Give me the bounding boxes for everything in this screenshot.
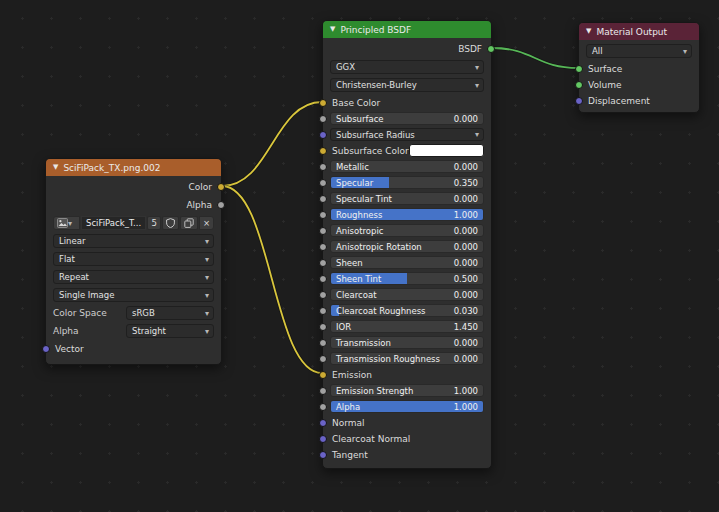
specular-input-socket[interactable] <box>319 179 327 187</box>
ior-slider[interactable]: IOR1.450 <box>330 320 484 333</box>
volume-input-socket[interactable] <box>575 81 583 89</box>
bsdf-row-transmission-roughness: Transmission Roughness0.000 <box>330 352 484 365</box>
chevron-down-icon: ▾ <box>68 219 76 228</box>
clearcoat-roughness-slider[interactable]: Clearcoat Roughness0.030 <box>330 304 484 317</box>
alpha-output-label: Alpha <box>186 200 214 210</box>
sheen-tint-slider[interactable]: Sheen Tint0.500 <box>330 272 484 285</box>
slider-label: Clearcoat <box>331 290 454 300</box>
base-color-input-socket[interactable] <box>319 99 327 107</box>
vector-input-socket[interactable] <box>42 345 50 353</box>
sheen-input-socket[interactable] <box>319 259 327 267</box>
chevron-down-icon: ▾ <box>475 130 483 139</box>
clearcoat-slider[interactable]: Clearcoat0.000 <box>330 288 484 301</box>
extension-dropdown[interactable]: Repeat ▾ <box>53 270 214 284</box>
bsdf-node-header[interactable]: ▼ Principled BSDF <box>323 21 491 38</box>
projection-dropdown[interactable]: Flat ▾ <box>53 252 214 266</box>
unlink-image-button[interactable]: × <box>199 216 214 230</box>
transmission-slider[interactable]: Transmission0.000 <box>330 336 484 349</box>
target-dropdown[interactable]: All ▾ <box>586 44 692 58</box>
anisotropic-input-socket[interactable] <box>319 227 327 235</box>
surface-input-socket[interactable] <box>575 65 583 73</box>
metallic-slider[interactable]: Metallic0.000 <box>330 160 484 173</box>
target-row: All ▾ <box>586 44 692 58</box>
dropdown-label: Subsurface Radius <box>331 130 475 140</box>
emission-strength-input-socket[interactable] <box>319 387 327 395</box>
users-count-button[interactable]: 5 <box>147 216 160 230</box>
displacement-input-label: Displacement <box>586 96 650 106</box>
output-node-header[interactable]: ▼ Material Output <box>579 23 699 40</box>
roughness-slider[interactable]: Roughness1.000 <box>330 208 484 221</box>
bsdf-row-anisotropic: Anisotropic0.000 <box>330 224 484 237</box>
image-name-field[interactable]: SciFiPack_T... <box>81 216 146 230</box>
specular-slider[interactable]: Specular0.350 <box>330 176 484 189</box>
subsurface-color-input-socket[interactable] <box>319 147 327 155</box>
color-space-row: Color Space sRGB ▾ <box>53 306 214 320</box>
image-node-header[interactable]: ▼ SciFiPack_TX.png.002 <box>46 159 221 176</box>
chevron-down-icon: ▾ <box>205 273 213 282</box>
chevron-down-icon: ▾ <box>205 309 213 318</box>
bsdf-row-specular: Specular0.350 <box>330 176 484 189</box>
alpha-slider[interactable]: Alpha1.000 <box>330 400 484 413</box>
chevron-down-icon: ▾ <box>475 63 483 72</box>
sheen-slider[interactable]: Sheen0.000 <box>330 256 484 269</box>
output-node-title: Material Output <box>596 27 667 37</box>
emission-input-socket[interactable] <box>319 371 327 379</box>
collapse-chevron-icon[interactable]: ▼ <box>330 26 335 33</box>
new-image-button[interactable] <box>180 216 198 230</box>
transmission-roughness-slider[interactable]: Transmission Roughness0.000 <box>330 352 484 365</box>
alpha-output-row: Alpha <box>53 198 214 212</box>
collapse-chevron-icon[interactable]: ▼ <box>53 164 58 171</box>
subsurface-radius-dropdown[interactable]: Subsurface Radius▾ <box>330 128 484 141</box>
distribution-dropdown[interactable]: GGX ▾ <box>330 60 484 74</box>
color-output-socket[interactable] <box>217 183 225 191</box>
transmission-roughness-input-socket[interactable] <box>319 355 327 363</box>
projection-row: Flat ▾ <box>53 252 214 266</box>
anisotropic-rotation-input-socket[interactable] <box>319 243 327 251</box>
alpha-output-socket[interactable] <box>217 201 225 209</box>
subsurface-color-swatch[interactable] <box>409 144 484 157</box>
source-dropdown[interactable]: Single Image ▾ <box>53 288 214 302</box>
subsurface-slider[interactable]: Subsurface0.000 <box>330 112 484 125</box>
roughness-input-socket[interactable] <box>319 211 327 219</box>
slider-label: Sheen Tint <box>331 274 454 284</box>
alpha-mode-dropdown[interactable]: Straight ▾ <box>126 324 214 338</box>
material-output-node[interactable]: ▼ Material Output All ▾ Surface Volume D… <box>578 22 700 113</box>
color-space-label: Color Space <box>53 308 107 318</box>
collapse-chevron-icon[interactable]: ▼ <box>586 28 591 35</box>
bsdf-output-socket[interactable] <box>487 45 495 53</box>
fake-user-button[interactable] <box>162 216 179 230</box>
clearcoat-roughness-input-socket[interactable] <box>319 307 327 315</box>
tangent-input-socket[interactable] <box>319 451 327 459</box>
color-space-dropdown[interactable]: sRGB ▾ <box>126 306 214 320</box>
displacement-input-socket[interactable] <box>575 97 583 105</box>
alpha-input-socket[interactable] <box>319 403 327 411</box>
subsurface-radius-input-socket[interactable] <box>319 131 327 139</box>
alpha-mode-row: Alpha Straight ▾ <box>53 324 214 338</box>
transmission-input-socket[interactable] <box>319 339 327 347</box>
ior-input-socket[interactable] <box>319 323 327 331</box>
normal-input-socket[interactable] <box>319 419 327 427</box>
interpolation-dropdown[interactable]: Linear ▾ <box>53 234 214 248</box>
bsdf-row-emission: Emission <box>330 368 484 381</box>
anisotropic-rotation-slider[interactable]: Anisotropic Rotation0.000 <box>330 240 484 253</box>
subsurface-method-dropdown[interactable]: Christensen-Burley ▾ <box>330 78 484 92</box>
slider-label: Specular <box>331 178 454 188</box>
specular-tint-slider[interactable]: Specular Tint0.000 <box>330 192 484 205</box>
duplicate-icon <box>184 218 194 228</box>
emission-strength-slider[interactable]: Emission Strength1.000 <box>330 384 484 397</box>
chevron-down-icon: ▾ <box>205 237 213 246</box>
slider-value: 0.000 <box>454 194 483 204</box>
clearcoat-input-socket[interactable] <box>319 291 327 299</box>
specular-tint-input-socket[interactable] <box>319 195 327 203</box>
clearcoat-normal-input-socket[interactable] <box>319 435 327 443</box>
subsurface-input-socket[interactable] <box>319 115 327 123</box>
dropdown-label: Single Image <box>54 290 205 300</box>
bsdf-row-subsurface-color: Subsurface Color <box>330 144 484 157</box>
browse-image-button[interactable]: ▾ <box>53 216 80 230</box>
alpha-mode-label: Alpha <box>53 326 79 336</box>
anisotropic-slider[interactable]: Anisotropic0.000 <box>330 224 484 237</box>
image-texture-node[interactable]: ▼ SciFiPack_TX.png.002 Color Alpha ▾ Sci… <box>45 158 222 365</box>
principled-bsdf-node[interactable]: ▼ Principled BSDF BSDF GGX ▾ Christensen… <box>322 20 492 469</box>
metallic-input-socket[interactable] <box>319 163 327 171</box>
sheen-tint-input-socket[interactable] <box>319 275 327 283</box>
